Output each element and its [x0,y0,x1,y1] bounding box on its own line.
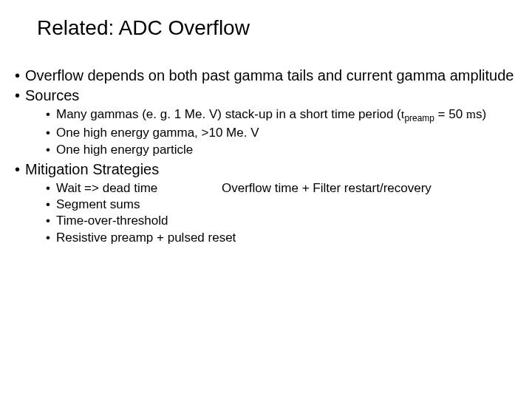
sub-one-high-gamma: One high energy gamma, >10 Me. V [46,125,517,140]
wait-right: Overflow time + Filter restart/recovery [222,180,432,196]
sub-one-high-particle: One high energy particle [46,142,517,157]
wait-row: Wait => dead time Overflow time + Filter… [56,180,517,196]
slide: Related: ADC Overflow Overflow depends o… [0,0,532,399]
text-part: s) [476,107,486,121]
sub-wait: Wait => dead time Overflow time + Filter… [46,180,517,196]
bullet-list: Overflow depends on both past gamma tail… [15,66,517,245]
mu-symbol: m [466,107,476,121]
sub-segment-sums: Segment sums [46,197,517,212]
sub-resistive-preamp: Resistive preamp + pulsed reset [46,230,517,245]
sub-time-over-threshold: Time-over-threshold [46,213,517,228]
sub-many-gammas: Many gammas (e. g. 1 Me. V) stack-up in … [46,106,517,124]
bullet-mitigation-label: Mitigation Strategies [25,161,159,177]
bullet-overflow-depends: Overflow depends on both past gamma tail… [15,66,517,85]
slide-content: Overflow depends on both past gamma tail… [15,66,517,248]
wait-left: Wait => dead time [56,180,222,196]
tau-subscript: preamp [404,113,434,123]
bullet-sources-label: Sources [25,87,79,103]
text-part: Many gammas (e. g. 1 Me. V) stack-up in … [56,107,401,121]
sources-sublist: Many gammas (e. g. 1 Me. V) stack-up in … [25,106,517,157]
mitigation-sublist: Wait => dead time Overflow time + Filter… [25,180,517,245]
bullet-sources: Sources Many gammas (e. g. 1 Me. V) stac… [15,86,517,157]
slide-title: Related: ADC Overflow [37,16,250,40]
text-part: = 50 [434,107,466,121]
bullet-mitigation: Mitigation Strategies Wait => dead time … [15,160,517,245]
